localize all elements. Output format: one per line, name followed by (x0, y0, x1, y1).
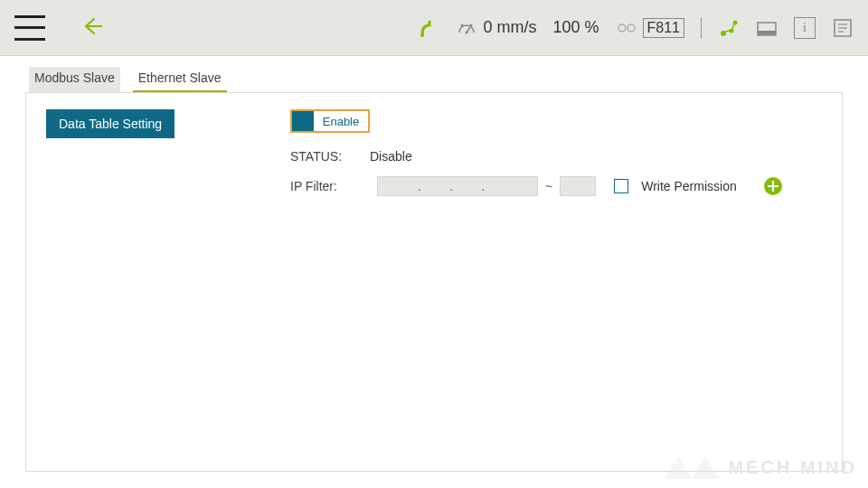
watermark: MECH MIND (665, 452, 857, 483)
ip-filter-label: IP Filter: (290, 179, 370, 193)
write-permission-label: Write Permission (641, 179, 737, 193)
network-icon[interactable] (718, 17, 740, 39)
write-permission-checkbox[interactable] (614, 179, 628, 193)
add-ip-filter-button[interactable] (764, 177, 782, 195)
svg-point-8 (733, 20, 738, 24)
speed-value: 0 mm/s (483, 18, 536, 37)
svg-point-5 (627, 24, 635, 32)
robot-status-icon (418, 17, 439, 39)
enable-toggle-label: Enable (314, 111, 368, 131)
code-display: F811 (643, 18, 684, 38)
divider (701, 17, 702, 39)
enable-toggle[interactable]: Enable (290, 109, 370, 133)
speed-indicator: 0 mm/s (456, 17, 536, 39)
speedometer-icon (456, 17, 477, 39)
status-value: Disable (370, 149, 412, 164)
document-icon[interactable] (832, 17, 854, 39)
percent-value: 100 % (552, 18, 599, 37)
svg-point-4 (618, 24, 626, 32)
back-arrow-icon[interactable] (81, 15, 103, 41)
range-separator: ~ (545, 179, 552, 193)
svg-point-7 (730, 28, 734, 33)
data-table-setting-button[interactable]: Data Table Setting (46, 109, 175, 138)
mode-indicator: F811 (616, 17, 684, 39)
svg-rect-10 (758, 31, 776, 35)
svg-point-2 (461, 23, 464, 26)
tab-modbus-slave[interactable]: Modbus Slave (29, 67, 120, 92)
svg-point-0 (420, 33, 424, 37)
percent-indicator: 100 % (552, 18, 599, 37)
ethernet-slave-panel: Data Table Setting Enable STATUS: Disabl… (25, 92, 843, 472)
ip-to-input[interactable] (560, 176, 596, 196)
link-icon (616, 17, 637, 39)
hamburger-menu[interactable] (14, 15, 45, 41)
tab-ethernet-slave[interactable]: Ethernet Slave (133, 67, 227, 92)
ip-from-input[interactable]: . . . (377, 176, 538, 196)
keyboard-icon[interactable] (756, 17, 778, 39)
status-label: STATUS: (290, 149, 370, 164)
svg-point-3 (470, 23, 473, 26)
info-icon[interactable]: i (794, 17, 816, 39)
